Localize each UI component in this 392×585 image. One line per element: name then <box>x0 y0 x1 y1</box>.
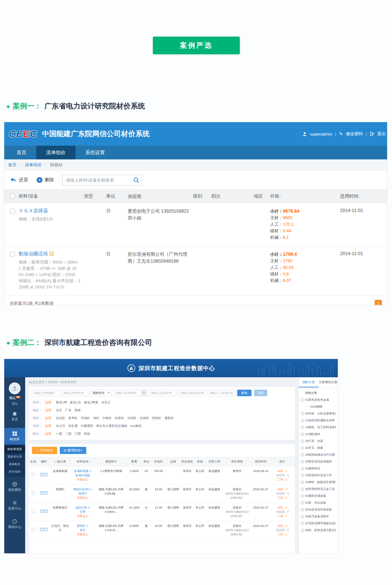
tree-item[interactable]: + 55电气设备及附件 <box>301 513 336 520</box>
tree-item[interactable]: + 50通风空调设备 <box>301 493 336 499</box>
sidebar-item-help[interactable]: ? 帮助中心 <box>4 516 25 532</box>
material-alias-link[interactable]: 金属吊顶板 <box>70 473 95 478</box>
col-date-sortable[interactable]: 适用时间↓ <box>340 193 387 199</box>
sidebar-submenu-item[interactable]: 清单配价 <box>4 461 25 468</box>
stat-project[interactable]: 工程：1 <box>270 532 295 537</box>
tree-item[interactable]: + 14砌筑、化工原料及胶粘材料 <box>301 424 336 431</box>
material-name-link[interactable]: 金属饰面板 <box>74 469 91 473</box>
tree-item[interactable]: 所有分类 <box>301 390 336 397</box>
material-alias-link[interactable]: 灯带 <box>70 510 95 514</box>
stat-supplier[interactable]: 供应商：0 <box>270 473 295 478</box>
tree-item[interactable]: + 25灯具、光源 <box>301 438 336 445</box>
sidebar-submenu-item[interactable]: 预算材价库 <box>4 453 25 461</box>
material-name-link[interactable]: 成品灯条 <box>75 506 90 509</box>
supplier-input[interactable] <box>178 390 206 396</box>
clear-button[interactable]: 清空 <box>254 390 267 396</box>
sidebar-item-supplier-lib[interactable]: 供应商库 <box>4 479 25 495</box>
category-tab[interactable]: 工程项目分类 <box>318 377 338 387</box>
sidebar-item-settings[interactable]: 设置中心 <box>4 497 25 514</box>
logout-link[interactable]: 退出 <box>377 131 386 137</box>
expand-toggle-icon[interactable]: + <box>301 481 304 484</box>
filter-options[interactable]: 信息价 参考价 市场价 询价 中标价 结算价 合同价 交易价 控制价 预算价 <box>56 416 174 420</box>
filter-option-all[interactable]: 全部 <box>45 416 51 420</box>
expand-toggle-icon[interactable]: + <box>301 447 304 449</box>
expand-toggle-icon[interactable]: + <box>301 440 304 443</box>
tree-item[interactable]: + 51泵、供水设备 <box>301 499 336 506</box>
tree-item[interactable]: + 57安防及楼宇智能化设备 <box>301 520 336 527</box>
expand-toggle-icon[interactable]: + <box>301 453 304 456</box>
nav-tab[interactable]: 首页 <box>7 146 36 159</box>
material-name-input[interactable] <box>61 390 89 396</box>
tree-item[interactable]: + 53水处理及环保设备 <box>301 506 336 513</box>
row-checkbox[interactable] <box>32 473 35 476</box>
filter-options[interactable]: 北京 广东 海南 <box>56 408 81 413</box>
stat-material[interactable]: 材料：3 <box>270 487 295 492</box>
sidebar-submenu-item[interactable]: 材价指标 <box>4 468 25 476</box>
sidebar-submenu-item[interactable]: 材价库首页 <box>4 446 25 453</box>
delete-button[interactable]: 删除 <box>37 177 54 183</box>
expand-toggle-icon[interactable]: + <box>301 412 304 415</box>
spec-addon[interactable]: 斤 <box>141 390 147 396</box>
code-icons[interactable] <box>37 506 50 514</box>
sidebar-item-material-lib[interactable]: 材价库 <box>4 428 25 445</box>
row-checkbox[interactable] <box>32 510 35 512</box>
stat-supplier[interactable]: 供应商：0 <box>270 492 295 496</box>
filter-option-all[interactable]: 全部 <box>45 408 51 413</box>
filter-option-all[interactable]: 全部 <box>45 431 51 436</box>
tree-item[interactable]: + 35常用材料及五金工具 <box>301 486 336 493</box>
tree-item[interactable]: + 28电线电缆及光纤光缆 <box>301 451 336 458</box>
code-icons[interactable] <box>37 524 50 532</box>
nav-tab[interactable]: 清单组价 <box>36 146 75 159</box>
sidebar-logout[interactable]: 退出 <box>12 402 18 406</box>
filter-option-all[interactable]: 全部 <box>45 400 51 405</box>
expand-toggle-icon[interactable]: + <box>301 488 304 491</box>
project-input[interactable] <box>208 390 235 396</box>
material-name-link[interactable]: 埋地灯(&35) <box>73 488 92 491</box>
avatar[interactable] <box>9 382 21 394</box>
view-note-link[interactable]: 查看备注 <box>70 478 95 482</box>
tree-item[interactable]: + 80砼、砂浆及其它配合比材料 <box>301 527 336 534</box>
expand-toggle-icon[interactable]: + <box>301 495 304 497</box>
material-spec-input[interactable] <box>114 390 141 396</box>
tree-item[interactable]: + 26开关、插座 <box>301 445 336 451</box>
stat-project[interactable]: 工程：1 <box>270 496 295 500</box>
breadcrumb-item[interactable]: 回收站 <box>42 162 63 168</box>
material-name-link[interactable]: 照明灯 <box>77 524 89 528</box>
add-material-button[interactable]: ＋ 添加材价 <box>32 447 57 454</box>
row-checkbox[interactable] <box>10 209 15 214</box>
tree-item[interactable]: + 33异型构件及加工件 <box>301 472 336 479</box>
expand-toggle-icon[interactable]: + <box>301 467 304 470</box>
fuzzy-search-select[interactable]: 模糊查找 <box>91 390 112 396</box>
expand-toggle-icon[interactable]: + <box>301 426 304 429</box>
material-alias-link[interactable]: 地理灯 <box>70 492 95 496</box>
change-password-link[interactable]: 修改密码 <box>346 131 363 137</box>
expand-toggle-icon[interactable]: + <box>301 522 304 525</box>
material-code-input[interactable] <box>32 390 59 396</box>
tree-item[interactable]: + 09木材、天然及塑复饰面材料 <box>301 410 336 417</box>
expand-toggle-icon[interactable]: + <box>301 433 304 436</box>
row-checkbox[interactable] <box>10 252 15 257</box>
stat-project[interactable]: 工程：1 <box>270 514 295 518</box>
expand-toggle-icon[interactable]: + <box>301 474 304 477</box>
search-input[interactable] <box>62 175 142 186</box>
material-name-link[interactable]: 鹅颈动圈话筒 <box>19 251 48 256</box>
tree-item[interactable]: - 01黑色及有色金属 <box>301 397 336 403</box>
filter-options[interactable]: 本公司 造价通 中建普联 单位导入暂时无法编辑 test测试 <box>56 424 141 428</box>
page-1-button[interactable]: 1 <box>375 300 382 305</box>
expand-toggle-icon[interactable] <box>301 392 304 395</box>
brand-input[interactable] <box>149 390 176 396</box>
stat-material[interactable]: 材料：2 <box>270 506 295 510</box>
stat-supplier[interactable]: 供应商：0 <box>270 528 295 532</box>
tree-item[interactable]: + 23消防器材 <box>301 431 336 438</box>
filter-options[interactable]: 一档 二档 三档 其他 <box>56 431 90 436</box>
col-price-sortable[interactable]: 价格↓ <box>270 193 340 199</box>
material-name-link[interactable]: ＶＧＡ选择器 <box>19 208 48 213</box>
restore-button[interactable]: 还原 <box>10 177 28 183</box>
view-note-link[interactable]: 查看备注 <box>70 532 95 537</box>
expand-toggle-icon[interactable]: + <box>301 508 304 511</box>
nav-tab[interactable]: 系统设置 <box>75 146 115 159</box>
sidebar-item-home[interactable]: 首页 <box>4 408 25 425</box>
view-note-link[interactable]: 查看备注 <box>70 496 95 500</box>
stat-supplier[interactable]: 供应商：0 <box>270 510 295 514</box>
tree-item[interactable]: + 13涂料及防腐防水材料 <box>301 417 336 424</box>
